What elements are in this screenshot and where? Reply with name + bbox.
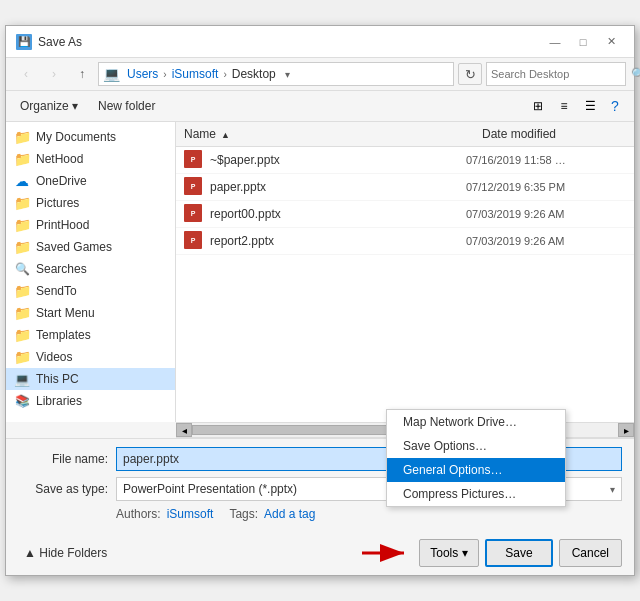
dialog-icon: 💾 bbox=[16, 34, 32, 50]
breadcrumb-users[interactable]: Users bbox=[124, 67, 161, 81]
pptx-icon: P bbox=[184, 150, 202, 168]
search-input[interactable] bbox=[491, 68, 629, 80]
libraries-icon: 📚 bbox=[14, 393, 30, 409]
refresh-button[interactable]: ↻ bbox=[458, 63, 482, 85]
scroll-right-button[interactable]: ▸ bbox=[618, 423, 634, 437]
menu-item-compress-pictures[interactable]: Compress Pictures… bbox=[387, 482, 565, 506]
menu-item-map-network-drive[interactable]: Map Network Drive… bbox=[387, 410, 565, 434]
view-grid-button[interactable]: ⊞ bbox=[526, 95, 550, 117]
scroll-left-button[interactable]: ◂ bbox=[176, 423, 192, 437]
file-item-4[interactable]: P report2.pptx 07/03/2019 9:26 AM bbox=[176, 228, 634, 255]
file-date: 07/16/2019 11:58 … bbox=[466, 154, 626, 166]
sidebar-item-my-documents[interactable]: 📁 My Documents bbox=[6, 126, 175, 148]
view-list-button[interactable]: ≡ bbox=[552, 95, 576, 117]
filename-label: File name: bbox=[18, 452, 108, 466]
breadcrumb: 💻 Users › iSumsoft › Desktop ▾ bbox=[98, 62, 454, 86]
sidebar-label-start-menu: Start Menu bbox=[36, 306, 95, 320]
column-date-header[interactable]: Date modified bbox=[474, 125, 634, 143]
authors-value[interactable]: iSumsoft bbox=[167, 507, 214, 521]
file-item-2[interactable]: P paper.pptx 07/12/2019 6:35 PM bbox=[176, 174, 634, 201]
forward-button[interactable]: › bbox=[42, 63, 66, 85]
sidebar-label-pictures: Pictures bbox=[36, 196, 79, 210]
sidebar-label-nethood: NetHood bbox=[36, 152, 83, 166]
file-name: report00.pptx bbox=[210, 207, 466, 221]
tools-label: Tools bbox=[430, 546, 458, 560]
breadcrumb-sep-2: › bbox=[223, 69, 226, 80]
sidebar-item-sendto[interactable]: 📁 SendTo bbox=[6, 280, 175, 302]
sidebar-item-onedrive[interactable]: ☁ OneDrive bbox=[6, 170, 175, 192]
minimize-button[interactable]: — bbox=[542, 32, 568, 52]
folder-icon: 📁 bbox=[14, 129, 30, 145]
filetype-label: Save as type: bbox=[18, 482, 108, 496]
up-button[interactable]: ↑ bbox=[70, 63, 94, 85]
sidebar-label-templates: Templates bbox=[36, 328, 91, 342]
breadcrumb-isumsoft[interactable]: iSumsoft bbox=[169, 67, 222, 81]
cancel-button[interactable]: Cancel bbox=[559, 539, 622, 567]
help-button[interactable]: ? bbox=[604, 95, 626, 117]
file-name: ~$paper.pptx bbox=[210, 153, 466, 167]
breadcrumb-dropdown[interactable]: ▾ bbox=[285, 69, 290, 80]
sidebar-label-printhood: PrintHood bbox=[36, 218, 89, 232]
save-as-dialog: 💾 Save As — □ ✕ ‹ › ↑ 💻 Users › iSumsoft… bbox=[5, 25, 635, 576]
folder-icon: 📁 bbox=[14, 195, 30, 211]
folder-icon: 📁 bbox=[14, 239, 30, 255]
sidebar-label-sendto: SendTo bbox=[36, 284, 77, 298]
onedrive-icon: ☁ bbox=[14, 173, 30, 189]
sidebar-item-nethood[interactable]: 📁 NetHood bbox=[6, 148, 175, 170]
menu-item-save-options[interactable]: Save Options… bbox=[387, 434, 565, 458]
sidebar-item-start-menu[interactable]: 📁 Start Menu bbox=[6, 302, 175, 324]
sidebar-item-saved-games[interactable]: 📁 Saved Games bbox=[6, 236, 175, 258]
sidebar-item-videos[interactable]: 📁 Videos bbox=[6, 346, 175, 368]
action-buttons: Tools ▾ Save Cancel bbox=[419, 539, 622, 567]
menu-item-general-options[interactable]: General Options… bbox=[387, 458, 565, 482]
sidebar-label-videos: Videos bbox=[36, 350, 72, 364]
sidebar-item-printhood[interactable]: 📁 PrintHood bbox=[6, 214, 175, 236]
sidebar-label-my-documents: My Documents bbox=[36, 130, 116, 144]
sort-arrow: ▲ bbox=[221, 130, 230, 140]
file-icon: P bbox=[184, 177, 204, 197]
save-button[interactable]: Save bbox=[485, 539, 552, 567]
file-icon: P bbox=[184, 204, 204, 224]
authors-field: Authors: iSumsoft bbox=[116, 507, 213, 521]
new-folder-button[interactable]: New folder bbox=[92, 97, 161, 115]
sidebar: 📁 My Documents 📁 NetHood ☁ OneDrive 📁 Pi… bbox=[6, 122, 176, 422]
tools-context-menu: Map Network Drive… Save Options… General… bbox=[386, 409, 566, 507]
close-button[interactable]: ✕ bbox=[598, 32, 624, 52]
arrow-svg bbox=[362, 541, 412, 565]
meta-row: Authors: iSumsoft Tags: Add a tag bbox=[18, 507, 622, 521]
organize-label: Organize ▾ bbox=[20, 99, 78, 113]
file-date: 07/03/2019 9:26 AM bbox=[466, 235, 626, 247]
sidebar-item-templates[interactable]: 📁 Templates bbox=[6, 324, 175, 346]
search-box: 🔍 bbox=[486, 62, 626, 86]
sidebar-item-searches[interactable]: 🔍 Searches bbox=[6, 258, 175, 280]
hide-folders-button[interactable]: ▲ Hide Folders bbox=[18, 542, 113, 564]
sidebar-label-onedrive: OneDrive bbox=[36, 174, 87, 188]
file-name: paper.pptx bbox=[210, 180, 466, 194]
folder-icon: 📁 bbox=[14, 349, 30, 365]
sidebar-item-pictures[interactable]: 📁 Pictures bbox=[6, 192, 175, 214]
organize-left: Organize ▾ New folder bbox=[14, 97, 161, 115]
organize-button[interactable]: Organize ▾ bbox=[14, 97, 84, 115]
filetype-arrow: ▾ bbox=[610, 484, 615, 495]
back-button[interactable]: ‹ bbox=[14, 63, 38, 85]
sidebar-item-this-pc[interactable]: 💻 This PC bbox=[6, 368, 175, 390]
tools-button[interactable]: Tools ▾ bbox=[419, 539, 479, 567]
file-date: 07/12/2019 6:35 PM bbox=[466, 181, 626, 193]
view-details-button[interactable]: ☰ bbox=[578, 95, 602, 117]
window-controls: — □ ✕ bbox=[542, 32, 624, 52]
folder-icon: 📁 bbox=[14, 327, 30, 343]
title-bar: 💾 Save As — □ ✕ bbox=[6, 26, 634, 58]
maximize-button[interactable]: □ bbox=[570, 32, 596, 52]
file-date: 07/03/2019 9:26 AM bbox=[466, 208, 626, 220]
file-item-3[interactable]: P report00.pptx 07/03/2019 9:26 AM bbox=[176, 201, 634, 228]
navigation-toolbar: ‹ › ↑ 💻 Users › iSumsoft › Desktop ▾ ↻ 🔍 bbox=[6, 58, 634, 91]
sidebar-item-libraries[interactable]: 📚 Libraries bbox=[6, 390, 175, 412]
search-icon[interactable]: 🔍 bbox=[631, 67, 640, 81]
tags-value[interactable]: Add a tag bbox=[264, 507, 315, 521]
file-item-1[interactable]: P ~$paper.pptx 07/16/2019 11:58 … bbox=[176, 147, 634, 174]
column-name-header[interactable]: Name ▲ bbox=[176, 125, 474, 143]
sidebar-label-libraries: Libraries bbox=[36, 394, 82, 408]
tags-field: Tags: Add a tag bbox=[229, 507, 315, 521]
folder-icon: 📁 bbox=[14, 151, 30, 167]
this-pc-icon: 💻 bbox=[14, 371, 30, 387]
